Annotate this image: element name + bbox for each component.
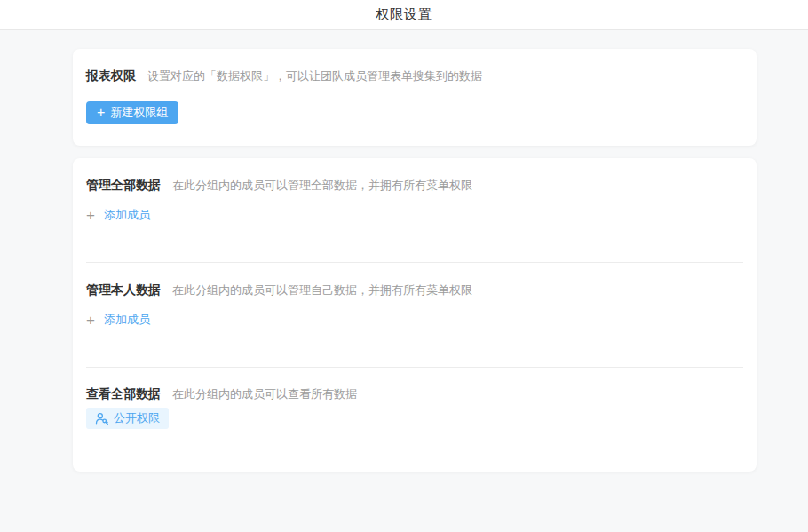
- report-permission-title: 报表权限: [86, 67, 136, 84]
- new-permission-group-button[interactable]: + 新建权限组: [86, 101, 178, 124]
- add-member-button[interactable]: + 添加成员: [86, 205, 150, 225]
- group-title: 管理全部数据: [86, 176, 161, 194]
- report-permission-description: 设置对应的「数据权限」，可以让团队成员管理表单搜集到的数据: [147, 67, 482, 85]
- permission-group-manage-all: 管理全部数据 在此分组内的成员可以管理全部数据，并拥有所有菜单权限 + 添加成员: [73, 158, 757, 262]
- plus-icon: +: [97, 106, 105, 120]
- report-permission-card: 报表权限 设置对应的「数据权限」，可以让团队成员管理表单搜集到的数据 + 新建权…: [73, 49, 757, 146]
- new-permission-group-label: 新建权限组: [110, 105, 168, 121]
- page-header: 权限设置: [0, 0, 808, 30]
- public-permission-label: 公开权限: [114, 410, 160, 426]
- add-member-label: 添加成员: [104, 312, 150, 328]
- public-permission-badge[interactable]: 公开权限: [86, 408, 169, 429]
- group-description: 在此分组内的成员可以管理全部数据，并拥有所有菜单权限: [172, 177, 472, 195]
- plus-icon: +: [86, 313, 95, 328]
- group-description: 在此分组内的成员可以查看所有数据: [172, 385, 357, 403]
- page-title: 权限设置: [376, 6, 432, 23]
- add-member-label: 添加成员: [104, 207, 150, 223]
- plus-icon: +: [86, 208, 95, 223]
- group-title: 查看全部数据: [86, 385, 161, 402]
- permission-groups-card: 管理全部数据 在此分组内的成员可以管理全部数据，并拥有所有菜单权限 + 添加成员…: [73, 158, 757, 472]
- add-member-button[interactable]: + 添加成员: [86, 310, 150, 330]
- content-area: 报表权限 设置对应的「数据权限」，可以让团队成员管理表单搜集到的数据 + 新建权…: [0, 49, 808, 472]
- group-description: 在此分组内的成员可以管理自己数据，并拥有所有菜单权限: [172, 282, 472, 299]
- user-key-icon: [95, 412, 108, 425]
- report-permission-header: 报表权限 设置对应的「数据权限」，可以让团队成员管理表单搜集到的数据: [86, 67, 743, 85]
- permission-group-view-all: 查看全部数据 在此分组内的成员可以查看所有数据 公开权限: [73, 368, 757, 472]
- group-title: 管理本人数据: [86, 281, 161, 298]
- permission-group-manage-own: 管理本人数据 在此分组内的成员可以管理自己数据，并拥有所有菜单权限 + 添加成员: [73, 263, 757, 367]
